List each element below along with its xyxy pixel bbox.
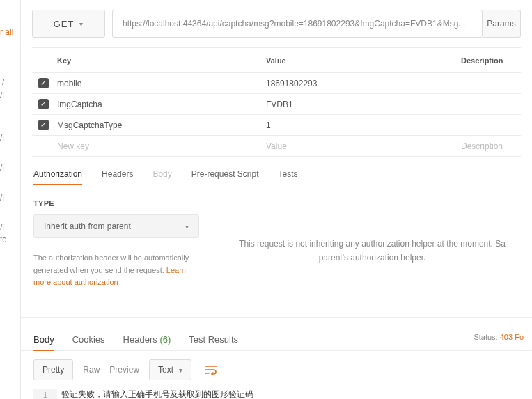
col-value: Value [263,56,458,65]
chevron-down-icon: ▾ [79,20,84,28]
param-row[interactable]: ✓ mobile 18691802293 [32,73,521,94]
method-select[interactable]: GET ▾ [32,10,105,38]
preview-button[interactable]: Preview [109,365,139,375]
request-bar: GET ▾ https://localhost:44364/api/captch… [21,0,532,47]
col-key: Key [54,56,263,65]
sidebar: r all / /i /i /i /i /i tc [0,0,21,399]
response-text[interactable]: 验证失败，请输入正确手机号及获取到的图形验证码 [57,389,253,399]
sidebar-text: /i [0,133,4,143]
sidebar-text[interactable]: r all [0,27,13,37]
main: GET ▾ https://localhost:44364/api/captch… [21,0,532,399]
params-table: Key Value Description ✓ mobile 186918022… [32,47,521,157]
resp-tab-testresults[interactable]: Test Results [189,330,238,350]
method-label: GET [54,19,75,29]
auth-left-panel: TYPE Inherit auth from parent ▾ The auth… [21,185,212,317]
param-row[interactable]: ✓ MsgCaptchaType 1 [32,115,521,136]
url-input[interactable]: https://localhost:44364/api/captcha/msg?… [112,10,483,38]
response-line[interactable]: 1 验证失败，请输入正确手机号及获取到的图形验证码 [33,389,519,399]
tab-tests[interactable]: Tests [278,165,297,185]
sidebar-text: tc [0,235,6,244]
resp-tab-cookies[interactable]: Cookies [72,330,105,350]
param-row[interactable]: ✓ ImgCaptcha FVDB1 [32,94,521,115]
tab-prerequest[interactable]: Pre-request Script [191,165,259,185]
resp-tab-body[interactable]: Body [33,330,54,350]
params-button[interactable]: Params [483,10,521,38]
tab-headers[interactable]: Headers [102,165,133,185]
response-tabs: Body Cookies Headers (6) Test Results St… [21,318,532,351]
auth-section: TYPE Inherit auth from parent ▾ The auth… [21,185,532,318]
checkbox-icon[interactable]: ✓ [38,78,49,88]
auth-note: The authorization header will be automat… [33,252,199,289]
chevron-down-icon: ▾ [185,223,189,230]
auth-type-select[interactable]: Inherit auth from parent ▾ [33,214,199,238]
col-desc: Description [458,56,521,65]
auth-type-label: TYPE [33,199,199,208]
checkbox-icon[interactable]: ✓ [38,120,49,130]
sidebar-text: /i [0,91,4,100]
line-number: 1 [33,389,57,400]
request-tabs: Authorization Headers Body Pre-request S… [21,158,532,185]
auth-right-panel: This request is not inheriting any autho… [212,185,532,317]
params-header-row: Key Value Description [32,48,521,73]
wrap-lines-icon[interactable] [201,360,221,380]
response-toolbar: Pretty Raw Preview Text ▾ [21,351,532,389]
chevron-down-icon: ▾ [179,366,182,374]
param-row-new[interactable]: New key Value Description [32,136,521,157]
checkbox-icon[interactable]: ✓ [38,99,49,109]
sidebar-text: /i [0,223,4,233]
format-select[interactable]: Text ▾ [149,359,191,380]
raw-button[interactable]: Raw [83,365,100,375]
sidebar-text: /i [0,193,4,203]
status-area: Status: 403 Fo [474,333,524,341]
pretty-button[interactable]: Pretty [33,359,73,380]
response-body: 1 验证失败，请输入正确手机号及获取到的图形验证码 [21,389,532,399]
status-code: 403 Fo [500,333,524,341]
sidebar-text: /i [0,163,4,173]
tab-authorization[interactable]: Authorization [33,165,82,185]
tab-body[interactable]: Body [152,165,171,185]
resp-tab-headers[interactable]: Headers (6) [123,330,171,350]
sidebar-text: / [2,77,4,87]
